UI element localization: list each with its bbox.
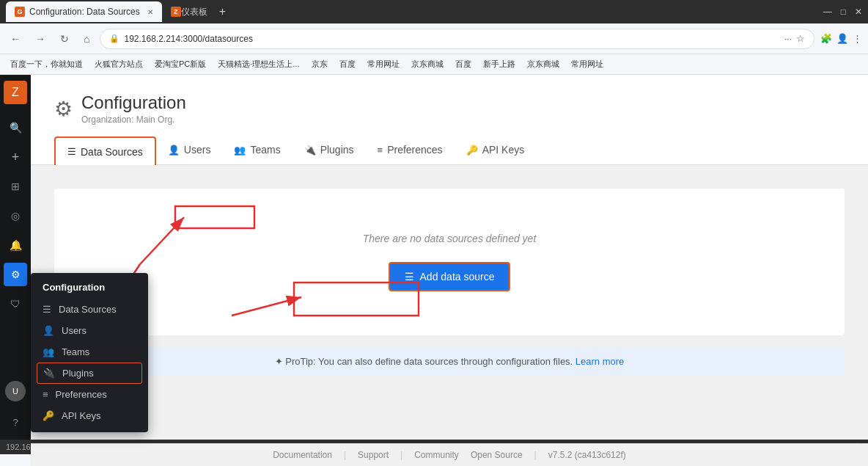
page-subtitle: Organization: Main Org.	[81, 114, 186, 125]
api-keys-menu-icon: 🔑	[43, 410, 54, 421]
sidebar-dashboards-icon[interactable]: ⊞	[4, 175, 27, 198]
preferences-tab-icon: ≡	[378, 145, 383, 156]
users-tab-label: Users	[184, 144, 211, 156]
protip-box: ✦ ProTip: You can also define data sourc…	[54, 347, 845, 376]
preferences-tab-label: Preferences	[387, 144, 442, 156]
sidebar-brand-icon[interactable]: Z	[4, 81, 27, 104]
address-menu-button[interactable]: ···	[784, 34, 792, 44]
teams-menu-icon: 👥	[43, 346, 54, 357]
sidebar-avatar[interactable]: U	[5, 381, 26, 401]
active-tab-label: Configuration: Data Sources	[29, 7, 140, 17]
profile-icon[interactable]: 👤	[836, 33, 848, 44]
sidebar-config-icon[interactable]: ⚙	[4, 263, 27, 286]
menu-item-api-keys[interactable]: 🔑 API Keys	[31, 405, 148, 426]
teams-menu-label: Teams	[62, 346, 89, 357]
new-tab-button[interactable]: +	[219, 5, 226, 18]
preferences-menu-icon: ≡	[43, 389, 48, 400]
extensions-icon[interactable]: 🧩	[820, 33, 832, 44]
nav-bar: ← → ↻ ⌂ 🔒 192.168.2.214:3000/datasources…	[0, 23, 868, 54]
config-header: ⚙ Configuration Organization: Main Org. …	[31, 75, 868, 165]
tab-plugins[interactable]: 🔌 Plugins	[293, 136, 366, 164]
protip-icon: ✦	[275, 356, 283, 367]
config-gear-icon: ⚙	[54, 97, 73, 121]
api-keys-menu-label: API Keys	[62, 410, 100, 421]
menu-item-preferences[interactable]: ≡ Preferences	[31, 384, 148, 405]
inactive-tab-label: 仪表板	[181, 6, 207, 18]
nav-actions: 🧩 👤 ⋮	[820, 33, 862, 44]
tabs: ☰ Data Sources 👤 Users 👥 Teams 🔌 Plugins…	[54, 136, 845, 164]
preferences-menu-label: Preferences	[56, 389, 107, 400]
config-dropdown-menu: Configuration ☰ Data Sources 👤 Users 👥 T…	[31, 273, 148, 432]
lock-icon: 🔒	[109, 34, 119, 43]
minimize-button[interactable]: —	[823, 7, 832, 17]
bookmark-11[interactable]: 常用网址	[567, 57, 608, 71]
plugins-menu-icon: 🔌	[43, 368, 55, 379]
data-sources-tab-label: Data Sources	[81, 146, 143, 158]
bookmark-2[interactable]: 爱淘宝PC新版	[150, 57, 210, 71]
home-button[interactable]: ⌂	[79, 30, 94, 48]
inactive-tab[interactable]: Z 仪表板	[162, 1, 216, 22]
users-tab-icon: 👤	[168, 145, 180, 156]
bookmark-10[interactable]: 京东商城	[523, 57, 564, 71]
tab-favicon: G	[15, 7, 25, 17]
users-menu-icon: 👤	[43, 325, 54, 336]
bookmark-8[interactable]: 百度	[451, 57, 476, 71]
config-menu-title: Configuration	[31, 279, 148, 299]
bookmark-0[interactable]: 百度一下，你就知道	[6, 57, 87, 71]
sidebar-help-icon[interactable]: ?	[4, 410, 27, 434]
sidebar-alerts-icon[interactable]: 🔔	[4, 233, 27, 257]
bookmark-9[interactable]: 新手上路	[479, 57, 520, 71]
tab-users[interactable]: 👤 Users	[156, 136, 223, 164]
api-keys-tab-label: API Keys	[482, 144, 525, 156]
address-bar[interactable]: 🔒 192.168.2.214:3000/datasources ··· ☆	[100, 29, 814, 49]
sidebar-search-icon[interactable]: 🔍	[4, 116, 27, 139]
tab2-favicon: Z	[171, 7, 181, 17]
menu-item-plugins[interactable]: 🔌 Plugins	[37, 363, 142, 384]
bookmark-3[interactable]: 天猫精选·理想生活上...	[213, 57, 304, 71]
reload-button[interactable]: ↻	[56, 30, 73, 48]
data-sources-menu-icon: ☰	[43, 304, 51, 315]
empty-state: There are no data sources defined yet ☰ …	[54, 189, 845, 335]
tab-data-sources[interactable]: ☰ Data Sources	[54, 136, 156, 165]
teams-tab-icon: 👥	[234, 145, 246, 156]
bookmark-1[interactable]: 火狐官方站点	[90, 57, 147, 71]
bookmark-6[interactable]: 常用网址	[363, 57, 404, 71]
bookmark-5[interactable]: 百度	[335, 57, 360, 71]
window-controls: — □ ✕	[823, 7, 862, 17]
add-datasource-label: Add data source	[420, 271, 495, 283]
plugins-tab-label: Plugins	[320, 144, 354, 156]
menu-item-teams[interactable]: 👥 Teams	[31, 341, 148, 363]
add-datasource-icon: ☰	[405, 271, 414, 283]
sidebar-add-icon[interactable]: +	[4, 145, 27, 169]
tab-teams[interactable]: 👥 Teams	[222, 136, 292, 164]
empty-state-text: There are no data sources defined yet	[78, 233, 821, 244]
plugins-tab-icon: 🔌	[304, 145, 316, 156]
sidebar-explore-icon[interactable]: ◎	[4, 204, 27, 227]
back-button[interactable]: ←	[6, 30, 25, 48]
menu-item-users[interactable]: 👤 Users	[31, 320, 148, 341]
bookmark-star-icon[interactable]: ☆	[796, 33, 805, 44]
teams-tab-label: Teams	[250, 144, 280, 156]
sidebar-shield-icon[interactable]: 🛡	[4, 292, 27, 316]
config-title-row: ⚙ Configuration Organization: Main Org.	[54, 92, 845, 125]
settings-icon[interactable]: ⋮	[853, 33, 862, 44]
forward-button[interactable]: →	[31, 30, 50, 48]
tab-preferences[interactable]: ≡ Preferences	[366, 136, 455, 164]
main-content: ⚙ Configuration Organization: Main Org. …	[31, 75, 868, 440]
address-text: 192.168.2.214:3000/datasources	[124, 34, 780, 44]
active-tab[interactable]: G Configuration: Data Sources ✕	[6, 1, 162, 22]
add-data-source-button[interactable]: ☰ Add data source	[389, 262, 511, 291]
api-keys-tab-icon: 🔑	[466, 145, 478, 156]
bookmark-7[interactable]: 京东商城	[407, 57, 448, 71]
tab-close-button[interactable]: ✕	[147, 8, 153, 16]
tab-api-keys[interactable]: 🔑 API Keys	[455, 136, 537, 164]
learn-more-link[interactable]: Learn more	[575, 356, 624, 367]
data-sources-menu-label: Data Sources	[59, 304, 117, 315]
content-area: There are no data sources defined yet ☰ …	[31, 165, 868, 399]
maximize-button[interactable]: □	[841, 7, 846, 17]
close-window-button[interactable]: ✕	[855, 7, 862, 17]
menu-item-data-sources[interactable]: ☰ Data Sources	[31, 299, 148, 320]
bookmark-4[interactable]: 京东	[307, 57, 332, 71]
protip-text: ProTip: You can also define data sources…	[285, 356, 573, 367]
plugins-menu-label: Plugins	[62, 368, 94, 379]
